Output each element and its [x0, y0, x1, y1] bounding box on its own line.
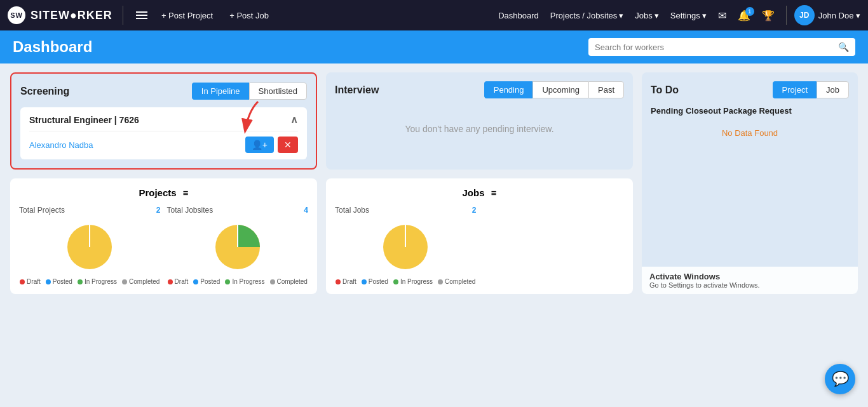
nav-divider-2	[786, 6, 787, 25]
total-jobs-chart	[377, 218, 434, 276]
legend-in-progress-3: In Progress	[393, 278, 433, 285]
notifications-button[interactable]: 🔔 1	[734, 7, 754, 24]
screening-panel-header: Screening In Pipeline Shortlisted	[20, 83, 307, 100]
tab-shortlisted[interactable]: Shortlisted	[249, 83, 307, 100]
page-title: Dashboard	[13, 38, 92, 56]
tab-todo-job[interactable]: Job	[817, 81, 849, 98]
tab-pending[interactable]: Pending	[484, 81, 533, 98]
todo-tabs: Project Job	[773, 81, 849, 98]
total-jobs-block: Total Jobs 2 Draft Post	[335, 206, 477, 285]
search-input[interactable]	[595, 43, 834, 52]
projects-panel-title: Projects ≡	[19, 187, 308, 198]
legend-completed-3: Completed	[438, 278, 475, 285]
total-jobs-header: Total Jobs 2	[335, 206, 477, 215]
reject-button[interactable]: ✕	[278, 137, 298, 153]
total-projects-count: 2	[156, 206, 161, 215]
total-projects-chart	[61, 218, 118, 276]
screening-title: Screening	[20, 86, 69, 97]
trophy-button[interactable]: 🏆	[758, 7, 778, 24]
legend-completed: Completed	[122, 278, 159, 285]
candidate-name-link[interactable]: Alexandro Nadba	[29, 140, 93, 150]
legend-posted-3: Posted	[362, 278, 388, 285]
candidate-row: Alexandro Nadba 👤+	[29, 131, 298, 153]
legend-draft-2: Draft	[168, 278, 189, 285]
total-jobs-label: Total Jobs	[335, 206, 369, 215]
post-project-button[interactable]: + Post Project	[156, 8, 218, 23]
job-collapse-button[interactable]: ∧	[290, 114, 298, 126]
search-box: 🔍	[588, 38, 855, 56]
job-title-row: Structural Engineer | 7626 ∧	[29, 114, 298, 126]
page-header: Dashboard 🔍	[0, 30, 868, 63]
jobs-panel-title: Jobs ≡	[335, 187, 624, 198]
total-projects-header: Total Projects 2	[19, 206, 161, 215]
nav-divider	[123, 6, 123, 25]
nav-dashboard-link[interactable]: Dashboard	[494, 8, 543, 23]
legend-draft-3: Draft	[336, 278, 356, 285]
tab-todo-project[interactable]: Project	[773, 81, 817, 98]
settings-chevron-icon: ▾	[702, 11, 707, 20]
total-jobsites-header: Total Jobsites 4	[167, 206, 309, 215]
top-navigation: SW SITEW●RKER + Post Project + Post Job …	[0, 0, 868, 30]
tab-in-pipeline[interactable]: In Pipeline	[192, 83, 249, 100]
total-projects-label: Total Projects	[19, 206, 65, 215]
notification-badge: 1	[745, 7, 754, 16]
legend-posted: Posted	[46, 278, 72, 285]
logo: SW SITEW●RKER	[8, 6, 112, 24]
projects-chevron-icon: ▾	[619, 11, 623, 20]
hamburger-icon[interactable]	[133, 9, 150, 22]
app-name: SITEW●RKER	[31, 9, 112, 22]
tab-upcoming[interactable]: Upcoming	[532, 81, 588, 98]
user-name[interactable]: John Doe ▾	[818, 11, 860, 20]
main-content: Screening In Pipeline Shortlisted Struct…	[0, 63, 868, 303]
activate-windows-title: Activate Windows	[649, 272, 850, 281]
nav-jobs-link[interactable]: Jobs ▾	[631, 8, 662, 23]
job-title-text: Structural Engineer | 7626	[29, 115, 139, 125]
total-jobs-count: 2	[472, 206, 477, 215]
user-avatar-button[interactable]: JD	[794, 5, 815, 25]
total-projects-block: Total Projects 2 Draft	[19, 206, 161, 285]
activate-windows-subtitle: Go to Settings to activate Windows.	[649, 281, 850, 289]
projects-legend: Draft Posted In Progress Completed	[20, 278, 159, 285]
post-job-button[interactable]: + Post Job	[224, 8, 274, 23]
add-user-icon: 👤+	[252, 140, 268, 150]
interview-panel: Interview Pending Upcoming Past You don'…	[326, 72, 633, 170]
jobs-legend: Draft Posted In Progress Completed	[336, 278, 475, 285]
interview-title: Interview	[335, 84, 379, 96]
total-jobsites-label: Total Jobsites	[167, 206, 214, 215]
total-jobsites-chart	[209, 218, 266, 276]
legend-posted-2: Posted	[193, 278, 220, 285]
close-icon: ✕	[284, 140, 292, 150]
todo-header: To Do Project Job	[651, 81, 849, 98]
jobs-chevron-icon: ▾	[654, 11, 659, 20]
jobs-stats-grid: Total Jobs 2 Draft Post	[335, 206, 624, 285]
nav-settings-link[interactable]: Settings ▾	[667, 8, 710, 23]
todo-section-title: Pending Closeout Package Request	[651, 106, 849, 116]
activate-windows-notice: Activate Windows Go to Settings to activ…	[642, 267, 858, 294]
shortlist-button[interactable]: 👤+	[245, 137, 274, 153]
interview-tabs: Pending Upcoming Past	[484, 81, 624, 98]
jobsites-legend: Draft Posted In Progress Completed	[168, 278, 308, 285]
interview-panel-header: Interview Pending Upcoming Past	[335, 81, 624, 98]
mail-button[interactable]: ✉	[714, 7, 730, 24]
total-jobsites-count: 4	[304, 206, 308, 215]
search-icon: 🔍	[838, 42, 849, 52]
projects-panel: Projects ≡ Total Projects 2	[10, 178, 317, 294]
todo-panel: To Do Project Job Pending Closeout Packa…	[642, 72, 858, 294]
nav-projects-link[interactable]: Projects / Jobsites ▾	[546, 8, 628, 23]
jobs-list-icon: ≡	[491, 187, 497, 198]
legend-in-progress-2: In Progress	[225, 278, 264, 285]
projects-list-icon: ≡	[183, 187, 189, 198]
todo-no-data: No Data Found	[651, 128, 849, 138]
logo-icon: SW	[8, 6, 25, 24]
todo-title: To Do	[651, 84, 679, 96]
legend-in-progress: In Progress	[78, 278, 117, 285]
tab-past[interactable]: Past	[588, 81, 624, 98]
interview-empty-message: You don't have any pending interview.	[335, 124, 624, 134]
nav-right: Dashboard Projects / Jobsites ▾ Jobs ▾ S…	[494, 5, 860, 25]
job-card: Structural Engineer | 7626 ∧ Alexandro N…	[20, 107, 307, 159]
legend-completed-2: Completed	[270, 278, 308, 285]
total-jobsites-block: Total Jobsites 4 Draft	[167, 206, 309, 285]
projects-stats-grid: Total Projects 2 Draft	[19, 206, 308, 285]
candidate-action-buttons: 👤+ ✕	[245, 137, 298, 153]
legend-draft: Draft	[20, 278, 41, 285]
